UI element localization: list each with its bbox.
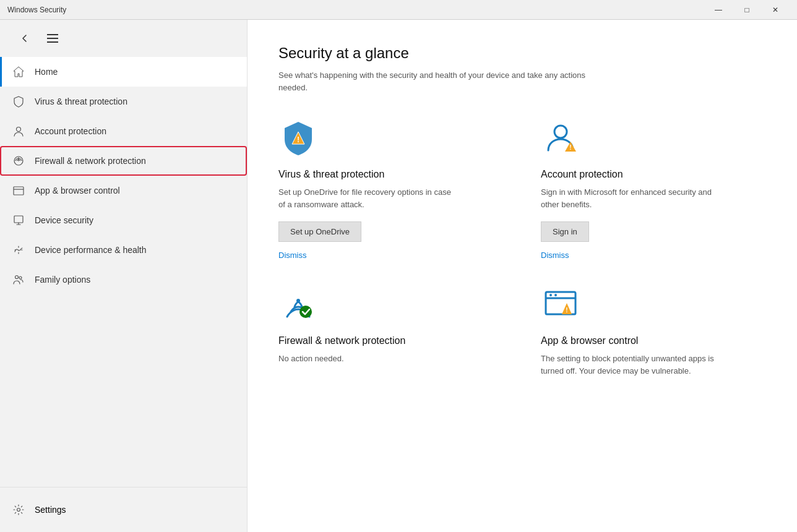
family-icon [12,273,25,286]
close-button[interactable]: ✕ [761,0,790,20]
account-card-description: Sign in with Microsoft for enhanced secu… [541,186,714,210]
settings-item[interactable]: Settings [12,497,235,522]
svg-rect-3 [14,216,23,223]
firewall-card-title: Firewall & network protection [278,335,504,346]
sidebar-family-label: Family options [35,275,90,285]
settings-label: Settings [35,505,66,515]
account-card-title: Account protection [541,169,766,180]
svg-text:!: ! [569,144,571,151]
firewall-card-description: No action needed. [278,353,452,365]
main-content: Security at a glance See what's happenin… [248,20,797,532]
svg-rect-2 [14,187,24,195]
virus-dismiss-link[interactable]: Dismiss [278,251,504,260]
page-subtitle: See what's happening with the security a… [278,69,588,93]
back-button[interactable] [15,31,35,46]
account-card-icon: ! [541,118,580,158]
sidebar-firewall-label: Firewall & network protection [35,156,146,166]
sidebar-top [0,20,247,57]
virus-card-description: Set up OneDrive for file recovery option… [278,186,452,210]
svg-point-5 [19,277,22,279]
sidebar-item-appbrowser[interactable]: App & browser control [0,176,247,205]
sidebar-deviceperformance-label: Device performance & health [35,245,147,255]
sidebar-virus-label: Virus & threat protection [35,97,127,106]
firewall-card: Firewall & network protection No action … [278,285,504,377]
firewall-card-icon [278,285,318,324]
sidebar-item-virus[interactable]: Virus & threat protection [0,87,247,116]
sidebar-item-deviceperformance[interactable]: Device performance & health [0,235,247,265]
sidebar: Home Virus & threat protection [0,20,248,532]
setup-onedrive-button[interactable]: Set up OneDrive [278,221,361,242]
svg-point-9 [554,126,567,138]
shield-icon [12,95,25,108]
svg-point-16 [549,294,552,296]
svg-point-12 [296,299,300,302]
appbrowser-card: ! App & browser control The setting to b… [541,285,766,377]
deviceperformance-icon [12,244,25,256]
titlebar: Windows Security — □ ✕ [0,0,797,20]
settings-icon [12,504,25,516]
sign-in-button[interactable]: Sign in [541,221,589,242]
svg-point-4 [15,276,19,279]
virus-card: ! Virus & threat protection Set up OneDr… [278,118,504,260]
maximize-button[interactable]: □ [733,0,761,20]
sidebar-item-home[interactable]: Home [0,57,247,87]
sidebar-home-label: Home [35,67,58,77]
cards-grid: ! Virus & threat protection Set up OneDr… [278,118,766,377]
window-controls: — □ ✕ [704,0,790,20]
appbrowser-card-icon: ! [541,285,580,324]
sidebar-item-firewall[interactable]: Firewall & network protection [0,146,247,176]
appbrowser-icon [12,184,25,197]
virus-card-icon: ! [278,118,318,158]
appbrowser-card-description: The setting to block potentially unwante… [541,353,714,377]
account-icon [12,125,25,137]
account-card: ! Account protection Sign in with Micros… [541,118,766,260]
sidebar-appbrowser-label: App & browser control [35,186,120,195]
hamburger-button[interactable] [45,32,61,45]
appbrowser-card-title: App & browser control [541,335,766,346]
app-container: Home Virus & threat protection [0,20,797,532]
sidebar-item-family[interactable]: Family options [0,265,247,294]
firewall-icon [12,155,25,167]
svg-point-17 [554,294,557,296]
virus-card-title: Virus & threat protection [278,169,504,180]
sidebar-account-label: Account protection [35,126,106,136]
svg-point-13 [299,306,312,318]
sidebar-item-account[interactable]: Account protection [0,116,247,146]
svg-point-6 [17,508,20,512]
sidebar-devicesecurity-label: Device security [35,215,93,225]
account-dismiss-link[interactable]: Dismiss [541,251,766,260]
home-icon [12,66,25,78]
app-title: Windows Security [7,6,704,14]
svg-point-0 [17,127,21,132]
sidebar-item-devicesecurity[interactable]: Device security [0,205,247,235]
nav-items: Home Virus & threat protection [0,57,247,487]
minimize-button[interactable]: — [704,0,733,20]
sidebar-bottom: Settings [0,487,247,532]
page-title: Security at a glance [278,45,766,62]
svg-text:!: ! [566,307,567,314]
devicesecurity-icon [12,214,25,226]
svg-text:!: ! [297,135,299,144]
